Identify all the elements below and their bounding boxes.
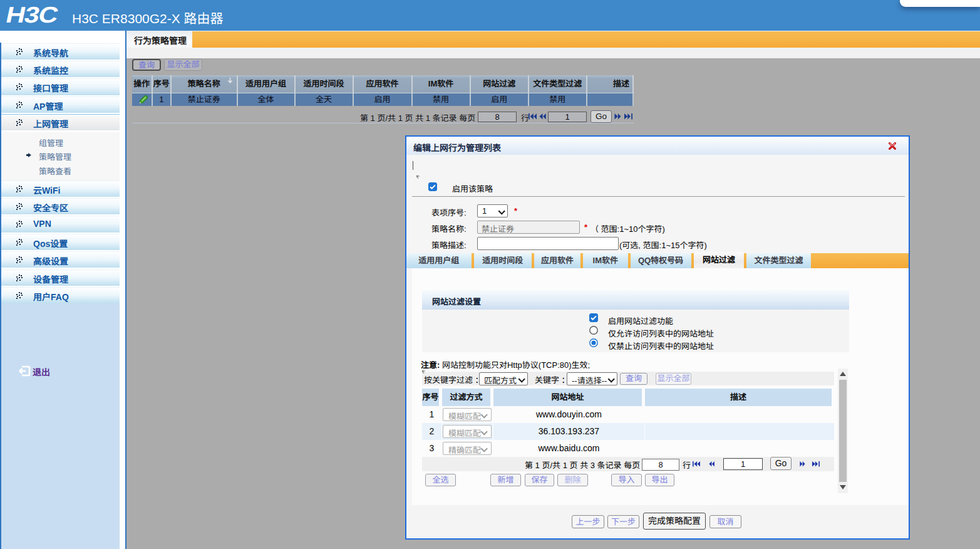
- svg-text:H3C: H3C: [6, 4, 60, 27]
